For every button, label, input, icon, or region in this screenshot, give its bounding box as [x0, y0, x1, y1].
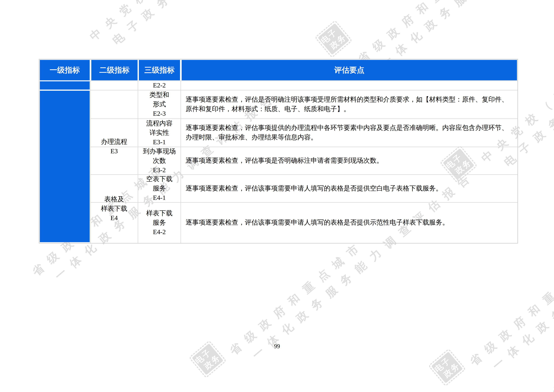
level2-cell-e3: 办理流程 E3: [90, 118, 138, 174]
header-cell-level3: 三级指标: [139, 60, 180, 80]
level3-cell-e4-2: 样表下载 服务 E4-2: [138, 202, 180, 243]
level1-blue-cell-top: [40, 81, 90, 90]
egov-seal-text: 电子 政务: [318, 23, 349, 55]
points-cell-e4-2: 逐事项逐要素检查，评估该事项需要申请人填写的表格是否提供示范性电子样表下载服务。: [181, 202, 518, 243]
header-cell-points: 评估要点: [182, 60, 517, 80]
egov-seal-watermark: 电子 政务: [314, 20, 353, 58]
level1-blue-cell-merged: [40, 91, 90, 242]
points-cell-e3-2: 逐事项逐要素检查，评估事项是否明确标注申请者需要到现场次数。: [181, 147, 518, 174]
egov-seal-watermark: 电子 政务: [428, 348, 466, 386]
points-cell-e4-1: 逐事项逐要素检查，评估该事项需要申请人填写的表格是否提供空白电子表格下载服务。: [181, 174, 518, 202]
level3-cell-e4-1: 空表下载 服务 E4-1: [138, 174, 180, 202]
watermark-text-top-left: 中央党校（国家行政学院） 电子政务研究中心: [86, 0, 284, 58]
level3-cell-e3-1: 流程内容 详实性 E3-1: [138, 118, 180, 147]
level3-cell-e2-2: E2-2: [138, 81, 180, 90]
level3-cell-e3-2: 到办事现场 次数 E3-2: [138, 147, 180, 174]
level2-cell-e4: 表格及 样表下载 E4: [90, 174, 138, 243]
header-cell-level2: 二级指标: [91, 60, 138, 80]
egov-seal-text: 电子 政务: [431, 352, 463, 383]
header-cell-level1: 一级指标: [40, 60, 90, 80]
page-number: 99: [0, 343, 554, 350]
points-cell-e3-1: 逐事项逐要素检查，评估事项提供的办理流程中各环节要素中内容及要点是否准确明晰。内…: [181, 118, 518, 147]
points-cell-e2-3: 逐事项逐要素检查，评估是否明确注明该事项受理所需材料的类型和介质要求，如【材料类…: [181, 90, 518, 118]
document-page: 中央党校（国家行政学院） 电子政务研究中心 电子 政务 省级政府和重点城市 一体…: [0, 0, 554, 392]
indicator-table: 一级指标 二级指标 三级指标 评估要点 办理流程 E3 表格及 样表下载 E4 …: [39, 59, 518, 244]
level3-cell-e2-3: 类型和 形式 E2-3: [138, 90, 180, 118]
